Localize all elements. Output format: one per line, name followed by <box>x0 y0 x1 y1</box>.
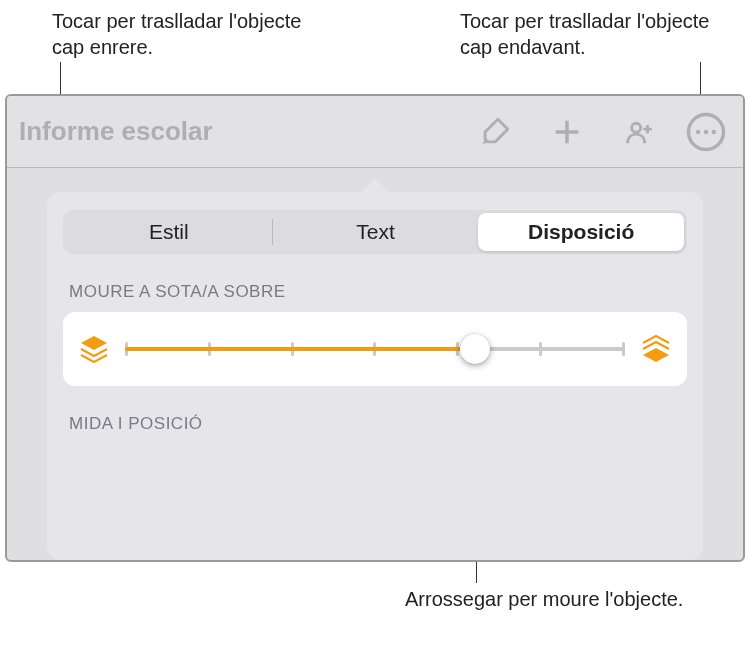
slider-thumb[interactable] <box>460 334 490 364</box>
person-add-icon[interactable] <box>609 106 669 158</box>
svg-point-7 <box>704 129 709 134</box>
tab-label: Estil <box>149 220 189 244</box>
device-frame: Informe escolar Estil Text Disposició MO… <box>5 94 745 562</box>
toolbar: Informe escolar <box>7 96 743 168</box>
slider-fill <box>125 347 475 351</box>
section-move-label: MOURE A SOTA/A SOBRE <box>69 282 681 302</box>
move-back-front-card <box>63 312 687 386</box>
layers-back-icon[interactable] <box>77 332 111 366</box>
section-size-pos-label: MIDA I POSICIÓ <box>69 414 681 434</box>
callout-forward: Tocar per traslladar l'objecte cap endav… <box>460 8 740 60</box>
svg-point-2 <box>632 123 641 132</box>
tab-label: Disposició <box>528 220 634 244</box>
popover-arrow <box>357 178 393 196</box>
tab-style[interactable]: Estil <box>66 213 272 251</box>
paintbrush-icon[interactable] <box>465 106 525 158</box>
tab-layout[interactable]: Disposició <box>478 213 684 251</box>
tab-text[interactable]: Text <box>273 213 479 251</box>
plus-icon[interactable] <box>537 106 597 158</box>
tab-label: Text <box>356 220 395 244</box>
svg-point-8 <box>712 129 717 134</box>
layers-front-icon[interactable] <box>639 332 673 366</box>
segmented-control: Estil Text Disposició <box>63 210 687 254</box>
document-title: Informe escolar <box>19 116 213 147</box>
svg-point-6 <box>696 129 701 134</box>
callout-back: Tocar per traslladar l'objecte cap enrer… <box>52 8 332 60</box>
format-popover: Estil Text Disposició MOURE A SOTA/A SOB… <box>47 192 703 560</box>
callout-drag: Arrossegar per moure l'objecte. <box>405 586 683 612</box>
svg-marker-9 <box>81 336 107 350</box>
svg-marker-10 <box>643 348 669 362</box>
ellipsis-circle-icon[interactable] <box>681 106 731 158</box>
layer-order-slider[interactable] <box>125 335 625 363</box>
